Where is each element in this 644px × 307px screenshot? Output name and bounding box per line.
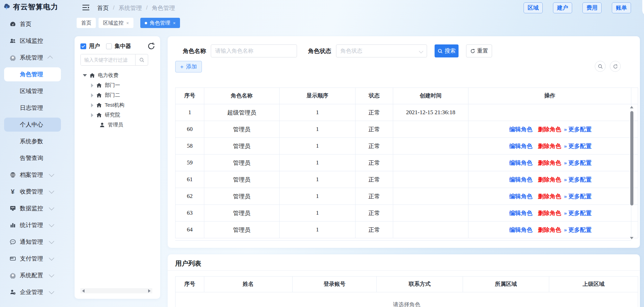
sidebar-item-payment-mgmt[interactable]: 支付管理 xyxy=(0,250,65,267)
chevron-down-icon xyxy=(49,289,54,294)
tree-node-dept1[interactable]: 部门一 xyxy=(78,80,157,90)
tree-node-root[interactable]: 电力收费 xyxy=(78,70,157,80)
reset-button[interactable]: 重置 xyxy=(466,44,492,57)
caret-expanded-icon[interactable] xyxy=(83,74,87,77)
delete-role-link[interactable]: 删除角色 xyxy=(538,193,561,200)
tree-node-admin-user[interactable]: 管理员 xyxy=(78,120,157,130)
scrollbar-thumb[interactable] xyxy=(630,111,633,205)
sidebar-subitem-log-mgmt[interactable]: 日志管理 xyxy=(0,99,65,116)
caret-collapsed-icon[interactable] xyxy=(91,103,93,107)
more-config-link[interactable]: 更多配置 xyxy=(568,227,592,233)
tab-region-monitor[interactable]: 区域监控 × xyxy=(99,18,133,28)
table-row[interactable]: 62 管理员 1 正常 编辑角色删除角色»更多配置 xyxy=(176,188,638,205)
user-checkbox-label[interactable]: 用户 xyxy=(89,43,100,50)
scroll-down-icon[interactable] xyxy=(630,237,633,239)
role-name-input[interactable] xyxy=(211,44,297,57)
double-angle-icon: » xyxy=(564,160,567,166)
scroll-up-icon[interactable] xyxy=(630,106,633,108)
user-checkbox[interactable] xyxy=(80,43,86,49)
table-row[interactable]: 64 管理员 1 正常 编辑角色删除角色»更多配置 xyxy=(176,222,638,238)
scroll-left-icon[interactable] xyxy=(82,289,85,293)
edit-role-link[interactable]: 编辑角色 xyxy=(509,210,532,216)
sidebar-item-label: 企业管理 xyxy=(20,288,43,296)
sidebar-item-notice-mgmt[interactable]: 通知管理 xyxy=(0,233,65,250)
tree-node-dept2[interactable]: 部门二 xyxy=(78,90,157,100)
table-row[interactable]: 61 管理员 1 正常 编辑角色删除角色»更多配置 xyxy=(176,171,638,188)
bill-button[interactable]: 账单 xyxy=(612,2,631,13)
delete-role-link[interactable]: 删除角色 xyxy=(538,227,561,233)
tree-search-input[interactable] xyxy=(81,54,135,65)
sidebar-fold-icon[interactable] xyxy=(82,4,90,11)
delete-role-link[interactable]: 删除角色 xyxy=(538,126,561,133)
refresh-icon xyxy=(470,49,475,54)
table-row[interactable]: 1 超级管理员 1 正常 2021-12-15 21:36:18 xyxy=(176,104,638,121)
caret-collapsed-icon[interactable] xyxy=(91,93,93,97)
add-button[interactable]: + 添加 xyxy=(175,61,202,72)
table-row[interactable]: 58 管理员 1 正常 编辑角色删除角色»更多配置 xyxy=(176,138,638,155)
scroll-right-icon[interactable] xyxy=(148,289,151,293)
sidebar-subitem-system-params[interactable]: 系统参数 xyxy=(0,133,65,150)
edit-role-link[interactable]: 编辑角色 xyxy=(509,193,532,200)
close-icon[interactable]: × xyxy=(173,21,176,25)
region-button[interactable]: 区域 xyxy=(524,2,543,13)
edit-role-link[interactable]: 编辑角色 xyxy=(509,176,532,183)
breadcrumb-system-mgmt: 系统管理 xyxy=(119,4,142,12)
more-config-link[interactable]: 更多配置 xyxy=(568,143,592,149)
sidebar-item-label: 通知管理 xyxy=(20,238,43,246)
quick-buttons: 区域 建户 费用 账单 xyxy=(524,2,631,13)
role-status-select[interactable]: 角色状态 xyxy=(336,44,427,57)
more-config-link[interactable]: 更多配置 xyxy=(568,193,592,200)
fee-button[interactable]: 费用 xyxy=(582,2,602,13)
sidebar-item-system-config[interactable]: 系统配置 xyxy=(0,267,65,284)
tab-role-mgmt[interactable]: 角色管理 × xyxy=(140,18,180,28)
tree-horizontal-scrollbar[interactable] xyxy=(80,288,152,293)
tree-node-test-org[interactable]: Test机构 xyxy=(78,100,157,110)
delete-role-link[interactable]: 删除角色 xyxy=(538,143,561,149)
sidebar-item-data-monitor[interactable]: 数据监控 xyxy=(0,200,65,217)
divider xyxy=(168,270,640,271)
col-header-account: 登录账号 xyxy=(293,277,377,292)
sidebar-item-fee-mgmt[interactable]: ¥ 收费管理 xyxy=(0,183,65,200)
caret-collapsed-icon[interactable] xyxy=(91,113,93,117)
tab-home[interactable]: 首页 xyxy=(77,18,96,28)
breadcrumb-home[interactable]: 首页 xyxy=(97,4,109,12)
tree-node-label: 电力收费 xyxy=(98,72,118,79)
more-config-link[interactable]: 更多配置 xyxy=(568,176,592,183)
edit-role-link[interactable]: 编辑角色 xyxy=(509,143,532,149)
refresh-icon[interactable] xyxy=(147,42,155,50)
concentrator-checkbox[interactable] xyxy=(106,43,112,49)
sidebar-item-archive-mgmt[interactable]: 档案管理 xyxy=(0,166,65,183)
concentrator-checkbox-label[interactable]: 集中器 xyxy=(115,43,131,50)
sidebar-subitem-role-mgmt[interactable]: 角色管理 xyxy=(0,66,65,83)
sidebar-item-region-monitor[interactable]: 区域监控 xyxy=(0,32,65,49)
table-search-toggle-button[interactable] xyxy=(595,61,606,72)
sidebar-item-enterprise-mgmt[interactable]: 企业管理 xyxy=(0,284,65,301)
edit-role-link[interactable]: 编辑角色 xyxy=(509,160,532,166)
tree-node-research[interactable]: 研究院 xyxy=(78,110,157,120)
sidebar-subitem-region-mgmt[interactable]: 区域管理 xyxy=(0,83,65,99)
table-refresh-button[interactable] xyxy=(610,61,621,72)
create-account-button[interactable]: 建户 xyxy=(553,2,572,13)
search-button[interactable]: 搜索 xyxy=(435,44,459,57)
sidebar-subitem-personal-center[interactable]: 个人中心 xyxy=(0,116,65,133)
tree-search-button[interactable] xyxy=(135,54,148,65)
table-row[interactable]: 60 管理员 1 正常 编辑角色删除角色»更多配置 xyxy=(176,121,638,138)
edit-role-link[interactable]: 编辑角色 xyxy=(509,126,532,133)
table-row[interactable]: 63 管理员 1 正常 编辑角色删除角色»更多配置 xyxy=(176,205,638,222)
sidebar-item-home[interactable]: 首页 xyxy=(0,16,65,32)
table-vertical-scrollbar[interactable] xyxy=(630,105,634,240)
roles-table: 序号 角色名称 显示顺序 状态 创建时间 操作 1 超级管理员 1 正常 202… xyxy=(175,88,638,238)
sidebar-item-system-mgmt[interactable]: 系统管理 xyxy=(0,49,65,66)
edit-role-link[interactable]: 编辑角色 xyxy=(509,227,532,233)
table-row[interactable]: 59 管理员 1 正常 编辑角色删除角色»更多配置 xyxy=(176,155,638,171)
close-icon[interactable]: × xyxy=(126,21,129,25)
sidebar-item-stats-mgmt[interactable]: 统计管理 xyxy=(0,217,65,233)
caret-collapsed-icon[interactable] xyxy=(91,83,93,88)
more-config-link[interactable]: 更多配置 xyxy=(568,160,592,166)
more-config-link[interactable]: 更多配置 xyxy=(568,126,592,133)
delete-role-link[interactable]: 删除角色 xyxy=(538,176,561,183)
more-config-link[interactable]: 更多配置 xyxy=(568,210,592,216)
sidebar-subitem-alarm-query[interactable]: 告警查询 xyxy=(0,150,65,166)
delete-role-link[interactable]: 删除角色 xyxy=(538,160,561,166)
delete-role-link[interactable]: 删除角色 xyxy=(538,210,561,216)
